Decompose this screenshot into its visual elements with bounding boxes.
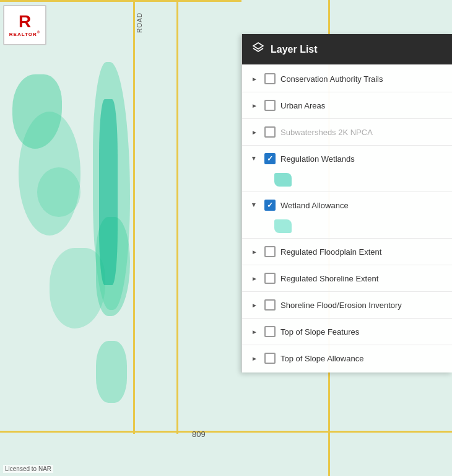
realtor-text: REALTOR® (9, 30, 40, 37)
layer-label-shoreline-flood: Shoreline Flood/Erosion Inventory (280, 301, 445, 310)
layer-checkbox-shoreline-flood[interactable] (264, 299, 276, 311)
layer-item-shoreline-flood[interactable]: ►Shoreline Flood/Erosion Inventory (242, 293, 452, 317)
layer-list-panel: Layer List ►Conservation Authority Trail… (241, 34, 452, 372)
layer-arrow-regulated-floodplain[interactable]: ► (250, 247, 259, 257)
layer-panel-header: Layer List (242, 34, 452, 64)
wetland-area (99, 99, 118, 285)
layer-divider (242, 92, 452, 92)
layer-arrow-subwatersheds[interactable]: ► (250, 127, 259, 137)
layer-item-regulated-floodplain[interactable]: ►Regulated Floodplain Extent (242, 240, 452, 263)
realtor-logo: R REALTOR® (3, 5, 46, 45)
layer-divider (242, 318, 452, 319)
svg-marker-0 (253, 43, 263, 49)
layer-item-regulation-wetlands[interactable]: ►Regulation Wetlands (242, 147, 452, 170)
layer-arrow-wetland-allowance[interactable]: ► (250, 200, 259, 210)
layer-arrow-conservation-trails[interactable]: ► (250, 74, 259, 84)
layer-checkbox-wetland-allowance[interactable] (264, 200, 276, 211)
layer-divider (242, 265, 452, 265)
map-label: 809 (192, 430, 206, 439)
layer-item-subwatersheds[interactable]: ►Subwatersheds 2K NPCA (242, 120, 452, 144)
layer-divider (242, 145, 452, 146)
map-road (0, 431, 452, 433)
layer-divider (242, 345, 452, 345)
layer-arrow-regulated-shoreline[interactable]: ► (250, 273, 259, 283)
wetland-area (37, 167, 80, 217)
layer-label-urban-areas: Urban Areas (280, 101, 445, 110)
layer-arrow-top-slope-allowance[interactable]: ► (250, 353, 259, 363)
layer-label-regulation-wetlands: Regulation Wetlands (280, 154, 445, 164)
wetland-area (50, 248, 105, 328)
layer-label-subwatersheds: Subwatersheds 2K NPCA (280, 128, 445, 137)
layer-label-regulated-shoreline: Regulated Shoreline Extent (280, 274, 445, 283)
layer-item-conservation-trails[interactable]: ►Conservation Authority Trails (242, 67, 452, 90)
layer-checkbox-top-slope-allowance[interactable] (264, 353, 276, 364)
layer-swatch-row-regulation-wetlands (242, 170, 452, 190)
layer-arrow-top-slope-features[interactable]: ► (250, 327, 259, 337)
layer-label-top-slope-allowance: Top of Slope Allowance (280, 354, 445, 363)
licensed-text: Licensed to NAR (3, 465, 53, 473)
map-road (0, 0, 241, 2)
layer-label-conservation-trails: Conservation Authority Trails (280, 74, 445, 84)
layer-divider (242, 118, 452, 119)
road-label: ROAD (136, 12, 143, 33)
layer-panel-title: Layer List (271, 44, 318, 55)
layer-label-top-slope-features: Top of Slope Features (280, 327, 445, 337)
layer-arrow-regulation-wetlands[interactable]: ► (250, 154, 259, 164)
layer-swatch-regulation-wetlands (274, 173, 292, 187)
layer-checkbox-regulated-floodplain[interactable] (264, 246, 276, 257)
layer-item-urban-areas[interactable]: ►Urban Areas (242, 94, 452, 117)
layer-item-wetland-allowance[interactable]: ►Wetland Allowance (242, 193, 452, 217)
layer-item-top-slope-allowance[interactable]: ►Top of Slope Allowance (242, 346, 452, 370)
layer-swatch-row-wetland-allowance (242, 217, 452, 237)
realtor-r-letter: R (19, 13, 31, 30)
map-road (133, 0, 135, 434)
layer-checkbox-regulated-shoreline[interactable] (264, 273, 276, 284)
layer-divider (242, 238, 452, 239)
map-road (176, 0, 178, 434)
layer-checkbox-subwatersheds[interactable] (264, 126, 276, 138)
layer-divider (242, 291, 452, 292)
layer-checkbox-urban-areas[interactable] (264, 100, 276, 111)
layer-arrow-urban-areas[interactable]: ► (250, 100, 259, 110)
layer-checkbox-top-slope-features[interactable] (264, 326, 276, 337)
layer-checkbox-conservation-trails[interactable] (264, 73, 276, 84)
layer-checkbox-regulation-wetlands[interactable] (264, 153, 276, 164)
layer-label-regulated-floodplain: Regulated Floodplain Extent (280, 247, 445, 257)
layer-item-top-slope-features[interactable]: ►Top of Slope Features (242, 320, 452, 343)
layer-item-regulated-shoreline[interactable]: ►Regulated Shoreline Extent (242, 267, 452, 290)
layer-list: ►Conservation Authority Trails►Urban Are… (242, 64, 452, 372)
layer-divider (242, 192, 452, 192)
wetland-area (96, 341, 127, 403)
layer-arrow-shoreline-flood[interactable]: ► (250, 300, 259, 310)
layers-icon (252, 42, 264, 57)
layer-swatch-wetland-allowance (274, 219, 292, 233)
layer-label-wetland-allowance: Wetland Allowance (280, 201, 445, 210)
